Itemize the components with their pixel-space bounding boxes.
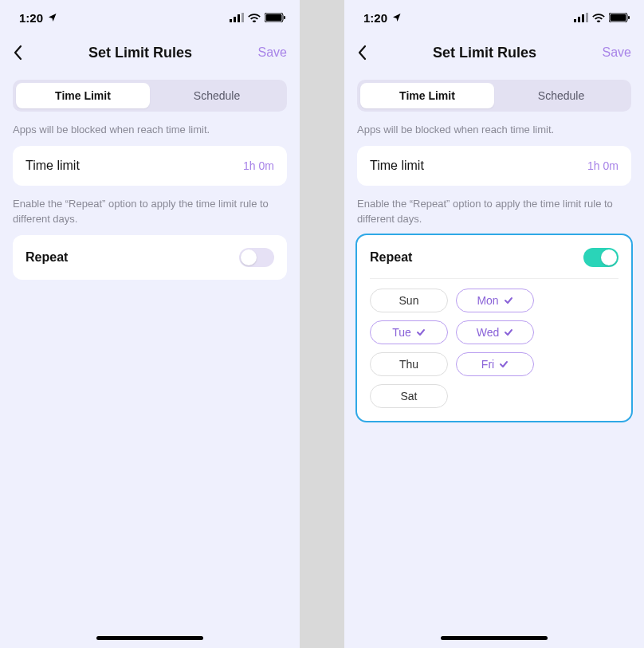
tab-time-limit[interactable]: Time Limit	[16, 83, 150, 108]
gap	[300, 0, 344, 648]
status-time: 1:20	[19, 11, 43, 25]
tab-schedule[interactable]: Schedule	[150, 83, 284, 108]
time-limit-label: Time limit	[370, 159, 424, 173]
hint-time-limit: Apps will be blocked when reach time lim…	[344, 112, 644, 146]
hint-time-limit: Apps will be blocked when reach time lim…	[0, 112, 300, 146]
hint-repeat: Enable the “Repeat” option to apply the …	[344, 186, 644, 235]
back-button[interactable]	[357, 45, 376, 61]
cellular-icon	[230, 13, 244, 22]
divider	[370, 278, 618, 279]
day-label: Mon	[477, 294, 498, 307]
location-icon	[48, 13, 57, 22]
svg-rect-5	[266, 14, 282, 22]
day-chip-mon[interactable]: Mon	[456, 289, 534, 312]
day-label: Sun	[399, 294, 419, 307]
battery-icon	[609, 13, 630, 22]
day-chip-wed[interactable]: Wed	[456, 320, 534, 344]
status-bar: 1:20	[0, 0, 300, 35]
page-title: Set Limit Rules	[376, 45, 593, 61]
time-limit-label: Time limit	[26, 159, 80, 173]
day-chips: SunMonTueWedThuFriSat	[370, 289, 618, 408]
location-icon	[392, 13, 402, 22]
status-time: 1:20	[363, 11, 387, 25]
tab-schedule[interactable]: Schedule	[494, 83, 628, 108]
time-limit-row[interactable]: Time limit 1h 0m	[357, 146, 631, 186]
day-label: Wed	[477, 326, 500, 339]
cellular-icon	[574, 13, 588, 22]
tabbar: Time Limit Schedule	[357, 80, 631, 112]
day-label: Tue	[392, 326, 411, 339]
day-chip-sat[interactable]: Sat	[370, 384, 448, 408]
wifi-icon	[248, 13, 261, 22]
check-icon	[504, 296, 513, 305]
tabbar: Time Limit Schedule	[13, 80, 287, 112]
day-chip-tue[interactable]: Tue	[370, 320, 448, 344]
svg-rect-9	[582, 14, 584, 22]
check-icon	[499, 359, 509, 369]
day-chip-thu[interactable]: Thu	[370, 352, 448, 376]
page-title: Set Limit Rules	[32, 45, 249, 61]
check-icon	[416, 328, 426, 337]
home-indicator	[96, 636, 203, 640]
status-bar: 1:20	[344, 0, 644, 35]
home-indicator	[441, 636, 548, 640]
svg-rect-0	[230, 19, 232, 22]
svg-rect-13	[628, 16, 630, 19]
tab-time-limit[interactable]: Time Limit	[360, 83, 494, 108]
svg-rect-8	[578, 17, 580, 22]
chevron-left-icon	[357, 45, 367, 61]
check-icon	[504, 328, 513, 337]
repeat-toggle[interactable]	[239, 248, 274, 267]
save-button[interactable]: Save	[593, 45, 631, 60]
battery-icon	[265, 13, 285, 22]
navbar: Set Limit Rules Save	[344, 35, 644, 70]
repeat-label: Repeat	[26, 250, 68, 265]
svg-rect-1	[234, 17, 236, 22]
svg-rect-3	[242, 13, 244, 22]
day-label: Thu	[399, 358, 418, 371]
chevron-left-icon	[13, 45, 22, 61]
svg-rect-6	[284, 16, 285, 19]
repeat-label: Repeat	[370, 250, 412, 265]
repeat-card: Repeat	[13, 235, 287, 280]
time-limit-value: 1h 0m	[587, 159, 618, 172]
wifi-icon	[592, 13, 605, 22]
phone-left: 1:20 Set Limit Rules Save Time Limit Sch…	[0, 0, 300, 648]
svg-rect-7	[574, 19, 576, 22]
svg-rect-2	[238, 14, 240, 22]
back-button[interactable]	[13, 45, 32, 61]
day-chip-sun[interactable]: Sun	[370, 289, 448, 312]
day-chip-fri[interactable]: Fri	[456, 352, 534, 376]
time-limit-value: 1h 0m	[243, 159, 274, 172]
hint-repeat: Enable the “Repeat” option to apply the …	[0, 186, 300, 235]
repeat-toggle[interactable]	[583, 248, 618, 267]
svg-rect-12	[611, 14, 626, 22]
phone-right: 1:20 Set Limit Rules Save Time Limit Sch…	[344, 0, 644, 648]
day-label: Sat	[400, 390, 417, 403]
svg-rect-10	[586, 13, 588, 22]
time-limit-row[interactable]: Time limit 1h 0m	[13, 146, 287, 186]
save-button[interactable]: Save	[249, 45, 287, 60]
repeat-card: Repeat SunMonTueWedThuFriSat	[357, 235, 631, 421]
day-label: Fri	[481, 358, 494, 371]
navbar: Set Limit Rules Save	[0, 35, 300, 70]
